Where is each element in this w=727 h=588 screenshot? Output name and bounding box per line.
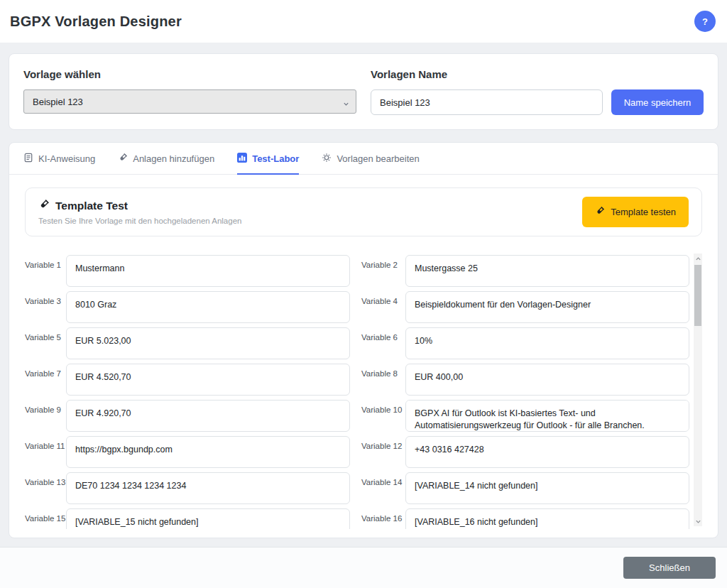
- tab-ki-anweisung[interactable]: KI-Anweisung: [23, 153, 95, 175]
- variables-scrollbar[interactable]: [694, 254, 702, 526]
- chevron-down-icon: [343, 99, 349, 109]
- app-header: BGPX Vorlagen Designer ?: [0, 0, 727, 43]
- template-select[interactable]: Beispiel 123: [23, 89, 356, 114]
- scroll-down-icon[interactable]: [694, 516, 702, 526]
- variable-label: Variable 9: [25, 400, 66, 414]
- variable-label: Variable 8: [350, 364, 405, 378]
- tab-label: Anlagen hinzufügen: [133, 153, 214, 164]
- variable-6-field[interactable]: 10%: [405, 327, 689, 359]
- variable-label: Variable 10: [350, 400, 405, 414]
- variable-label: Variable 1: [25, 255, 66, 269]
- variable-7-field[interactable]: EUR 4.520,70: [66, 364, 350, 396]
- variable-label: Variable 6: [350, 327, 405, 342]
- template-test-button-label: Template testen: [611, 207, 676, 217]
- test-tube-icon: [595, 206, 605, 218]
- variable-16-field[interactable]: [VARIABLE_16 nicht gefunden]: [405, 508, 689, 529]
- template-select-label: Vorlage wählen: [23, 68, 356, 80]
- variable-4-field[interactable]: Beispieldokument für den Vorlagen-Design…: [405, 291, 689, 323]
- question-mark-icon: ?: [702, 16, 708, 27]
- variable-3-field[interactable]: 8010 Graz: [66, 291, 350, 323]
- variable-label: Variable 12: [350, 436, 405, 450]
- close-button[interactable]: Schließen: [623, 557, 716, 579]
- help-button[interactable]: ?: [694, 11, 716, 32]
- template-settings-card: Vorlage wählen Beispiel 123 Vorlagen Nam…: [9, 53, 718, 130]
- scrollbar-thumb[interactable]: [694, 265, 701, 326]
- variable-11-field[interactable]: https://bgpx.bgundp.com: [66, 436, 350, 468]
- variable-15-field[interactable]: [VARIABLE_15 nicht gefunden]: [66, 508, 350, 529]
- variable-5-field[interactable]: EUR 5.023,00: [66, 327, 350, 359]
- template-name-label: Vorlagen Name: [371, 68, 704, 80]
- template-select-value: Beispiel 123: [33, 97, 83, 107]
- variable-label: Variable 13: [25, 472, 66, 486]
- test-tube-icon: [38, 199, 50, 213]
- variable-label: Variable 4: [350, 291, 405, 305]
- variable-8-field[interactable]: EUR 400,00: [405, 364, 689, 396]
- template-name-group: Vorlagen Name Name speichern: [371, 68, 704, 115]
- variable-label: Variable 16: [350, 508, 405, 523]
- variable-13-field[interactable]: DE70 1234 1234 1234 1234: [66, 472, 350, 504]
- variable-9-field[interactable]: EUR 4.920,70: [66, 400, 350, 432]
- template-select-group: Vorlage wählen Beispiel 123: [23, 68, 356, 115]
- test-labor-panel: Template Test Testen Sie Ihre Vorlage mi…: [9, 175, 718, 529]
- variables-viewport: Variable 1 Mustermann Variable 2 Musterg…: [25, 249, 702, 529]
- gear-icon: [322, 153, 332, 165]
- document-icon: [23, 153, 33, 165]
- variables-grid: Variable 1 Mustermann Variable 2 Musterg…: [25, 255, 689, 529]
- variable-label: Variable 11: [25, 436, 66, 450]
- template-test-header: Template Test Testen Sie Ihre Vorlage mi…: [38, 199, 241, 225]
- template-test-button[interactable]: Template testen: [582, 197, 689, 227]
- template-name-input[interactable]: [371, 89, 603, 115]
- tabbar: KI-Anweisung Anlagen hinzufügen Test-Lab…: [9, 143, 718, 175]
- save-name-button[interactable]: Name speichern: [611, 89, 704, 115]
- variable-12-field[interactable]: +43 0316 427428: [405, 436, 689, 468]
- page-title: BGPX Vorlagen Designer: [10, 13, 182, 30]
- variable-label: Variable 14: [350, 472, 405, 486]
- bar-chart-icon: [237, 153, 247, 165]
- tab-anlagen-hinzufuegen[interactable]: Anlagen hinzufügen: [118, 153, 214, 175]
- variable-14-field[interactable]: [VARIABLE_14 nicht gefunden]: [405, 472, 689, 504]
- tab-label: Test-Labor: [252, 153, 299, 164]
- variable-label: Variable 7: [25, 364, 66, 378]
- variable-label: Variable 5: [25, 327, 66, 342]
- tab-label: KI-Anweisung: [38, 153, 95, 164]
- test-tube-icon: [118, 153, 128, 165]
- variable-1-field[interactable]: Mustermann: [66, 255, 350, 287]
- tab-vorlagen-bearbeiten[interactable]: Vorlagen bearbeiten: [322, 153, 419, 175]
- variable-label: Variable 2: [350, 255, 405, 269]
- tab-label: Vorlagen bearbeiten: [337, 153, 419, 164]
- variable-10-field[interactable]: BGPX AI für Outlook ist KI-basiertes Tex…: [405, 400, 689, 432]
- template-test-card: Template Test Testen Sie Ihre Vorlage mi…: [25, 187, 702, 236]
- variable-label: Variable 3: [25, 291, 66, 305]
- tab-test-labor[interactable]: Test-Labor: [237, 153, 299, 175]
- variable-label: Variable 15: [25, 508, 66, 523]
- template-test-title: Template Test: [55, 200, 128, 212]
- page: BGPX Vorlagen Designer ? Vorlage wählen …: [0, 0, 727, 588]
- template-test-subtitle: Testen Sie Ihre Vorlage mit den hochgela…: [38, 217, 241, 225]
- app-footer: Schließen: [0, 547, 727, 588]
- designer-card: KI-Anweisung Anlagen hinzufügen Test-Lab…: [9, 142, 718, 538]
- variable-2-field[interactable]: Mustergasse 25: [405, 255, 689, 287]
- scroll-up-icon[interactable]: [694, 254, 702, 263]
